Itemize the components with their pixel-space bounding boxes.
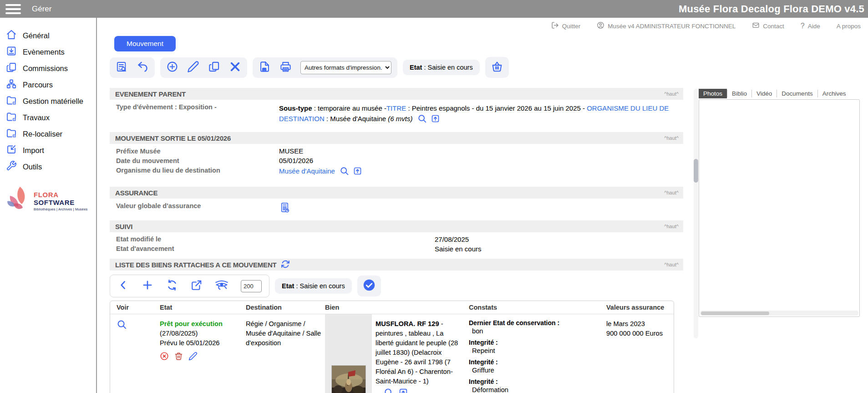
vertical-scrollbar-thumb[interactable] bbox=[694, 159, 698, 183]
chevron-left-icon[interactable] bbox=[117, 279, 129, 293]
media-panel-tabs: Photos Biblio Vidéo Documents Archives bbox=[699, 89, 860, 98]
tab-biblio[interactable]: Biblio bbox=[727, 89, 751, 98]
top-anchor-link[interactable]: ^haut^ bbox=[664, 190, 679, 195]
import-arrow-icon bbox=[6, 144, 17, 157]
topbar-menu-label[interactable]: Gérer bbox=[32, 5, 51, 14]
logo-tagline: Bibliothèques | Archives | Musées bbox=[34, 207, 96, 211]
page-size-input[interactable] bbox=[241, 280, 262, 292]
sidebar-item-commissions[interactable]: Commissions bbox=[0, 60, 96, 77]
sidebar-item-gestion-materielle[interactable]: Gestion matérielle bbox=[0, 93, 96, 109]
link-label: Contact bbox=[763, 23, 784, 30]
delete-record-icon[interactable] bbox=[229, 61, 241, 75]
quitter-link[interactable]: Quitter bbox=[551, 21, 581, 31]
tab-documents[interactable]: Documents bbox=[777, 89, 817, 98]
folder-globe-icon bbox=[6, 128, 17, 140]
sidebar-item-label: Travaux bbox=[23, 113, 50, 122]
edit-row-icon[interactable] bbox=[188, 352, 198, 363]
etat-status-pill: Etat : Saisie en cours bbox=[403, 60, 480, 75]
magnifier-icon[interactable] bbox=[417, 114, 427, 126]
logo-brand-secondary: SOFTWARE bbox=[34, 199, 75, 206]
field-label: Organisme du lieu de destination bbox=[116, 166, 279, 174]
list-toolbar: Etat : Saisie en cours bbox=[110, 275, 687, 297]
sidebar-item-import[interactable]: Import bbox=[0, 142, 96, 158]
validate-button[interactable] bbox=[357, 276, 381, 296]
top-anchor-link[interactable]: ^haut^ bbox=[664, 135, 679, 141]
user-account-link[interactable]: Musée v4 ADMINISTRATEUR FONCTIONNEL bbox=[597, 21, 736, 31]
vertical-scrollbar[interactable] bbox=[693, 34, 699, 393]
painting-thumbnail[interactable] bbox=[331, 365, 366, 393]
section-suivi: SUIVI ^haut^ bbox=[110, 220, 683, 232]
tab-mouvement[interactable]: Mouvement bbox=[114, 36, 176, 51]
section-title: LISTE DES BIENS RATTACHES A CE MOUVEMENT bbox=[115, 261, 277, 269]
cancel-circle-icon[interactable] bbox=[160, 352, 169, 363]
external-link-icon[interactable] bbox=[191, 279, 203, 293]
magnifier-icon[interactable] bbox=[340, 166, 349, 177]
print-formats-select[interactable]: Autres formats d'impression... bbox=[300, 61, 391, 74]
mvts-count: (6 mvts) bbox=[388, 115, 412, 122]
section-evenement-parent: EVENEMENT PARENT ^haut^ bbox=[110, 88, 683, 100]
tab-video[interactable]: Vidéo bbox=[752, 89, 777, 98]
wrench-icon bbox=[6, 160, 17, 173]
panel-horizontal-scrollbar-thumb[interactable] bbox=[701, 311, 769, 315]
printer-icon[interactable] bbox=[279, 61, 292, 75]
calculator-button[interactable] bbox=[279, 202, 290, 214]
recycle-icon[interactable] bbox=[166, 279, 178, 293]
sidebar-item-label: Gestion matérielle bbox=[23, 97, 83, 106]
field-value: MUSEE bbox=[279, 147, 303, 155]
view-record-icon[interactable] bbox=[117, 324, 127, 331]
hamburger-menu-icon[interactable] bbox=[5, 4, 21, 14]
trash-icon[interactable] bbox=[174, 352, 183, 363]
row-planned-date: Prévu le 05/01/2026 bbox=[160, 338, 242, 348]
undo-icon[interactable] bbox=[137, 61, 149, 75]
aide-link[interactable]: ? Aide bbox=[801, 22, 820, 30]
tab-photos[interactable]: Photos bbox=[699, 89, 727, 98]
open-record-icon[interactable] bbox=[353, 166, 362, 177]
sidebar-item-evenements[interactable]: Evènements bbox=[0, 44, 96, 60]
column-header-constats: Constats bbox=[465, 304, 603, 311]
form-search-icon[interactable] bbox=[116, 61, 128, 75]
link-label: Musée v4 ADMINISTRATEUR FONCTIONNEL bbox=[608, 23, 736, 30]
file-print-icon[interactable] bbox=[259, 61, 271, 75]
duplicate-record-icon[interactable] bbox=[208, 61, 220, 75]
sidebar-item-travaux[interactable]: Travaux bbox=[0, 109, 96, 126]
constat-value: Griffure bbox=[469, 366, 603, 374]
column-header-etat: Etat bbox=[154, 304, 242, 311]
basket-button[interactable] bbox=[485, 57, 509, 78]
titre-link[interactable]: TITRE bbox=[386, 104, 406, 112]
bien-media-strip bbox=[325, 314, 372, 393]
bien-desc: - peintures , tableau , La liberté guida… bbox=[376, 320, 458, 385]
open-record-icon[interactable] bbox=[398, 388, 408, 393]
sidebar-item-general[interactable]: Général bbox=[0, 27, 96, 44]
column-header-valeurs: Valeurs assurance bbox=[603, 304, 674, 311]
organisme-destination-value-link[interactable]: Musée d'Aquitaine bbox=[279, 167, 335, 175]
record-toolbar: Autres formats d'impression... Etat : Sa… bbox=[110, 57, 687, 78]
table-row: Prêt pour exécution (27/08/2025) Prévu l… bbox=[110, 314, 674, 393]
contact-link[interactable]: Contact bbox=[752, 21, 784, 31]
link-label: Aide bbox=[808, 23, 820, 30]
evenement-parent-value: Sous-type : temporaire au musée -TITRE :… bbox=[279, 103, 684, 126]
eye-of-horus-icon[interactable] bbox=[215, 279, 228, 293]
section-assurance: ASSURANCE ^haut^ bbox=[110, 187, 683, 199]
sidebar-item-label: Parcours bbox=[23, 81, 53, 89]
sidebar-item-outils[interactable]: Outils bbox=[0, 158, 96, 175]
panel-horizontal-scrollbar[interactable] bbox=[700, 311, 858, 316]
sidebar-item-parcours[interactable]: Parcours bbox=[0, 77, 96, 93]
refresh-icon[interactable] bbox=[281, 260, 290, 270]
a-propos-link[interactable]: A propos bbox=[837, 23, 861, 30]
app-title: Musée Flora Decalog Flora DEMO v4.5 bbox=[679, 3, 864, 15]
tab-archives[interactable]: Archives bbox=[818, 89, 851, 98]
user-circle-icon bbox=[597, 21, 604, 31]
add-record-icon[interactable] bbox=[166, 61, 178, 75]
top-anchor-link[interactable]: ^haut^ bbox=[664, 262, 679, 267]
edit-record-icon[interactable] bbox=[187, 61, 199, 75]
top-anchor-link[interactable]: ^haut^ bbox=[664, 224, 679, 229]
sidebar-item-relocaliser[interactable]: Re-localiser bbox=[0, 126, 96, 142]
top-anchor-link[interactable]: ^haut^ bbox=[664, 91, 679, 97]
add-item-icon[interactable] bbox=[142, 279, 153, 293]
section-title: MOUVEMENT SORTIE LE 05/01/2026 bbox=[115, 134, 231, 142]
magnifier-icon[interactable] bbox=[384, 388, 394, 393]
open-record-icon[interactable] bbox=[431, 114, 440, 126]
constat-label: Integrité : bbox=[469, 358, 603, 366]
envelope-icon bbox=[752, 21, 760, 31]
flora-software-logo: FLORA SOFTWARE Bibliothèques | Archives … bbox=[0, 186, 96, 214]
